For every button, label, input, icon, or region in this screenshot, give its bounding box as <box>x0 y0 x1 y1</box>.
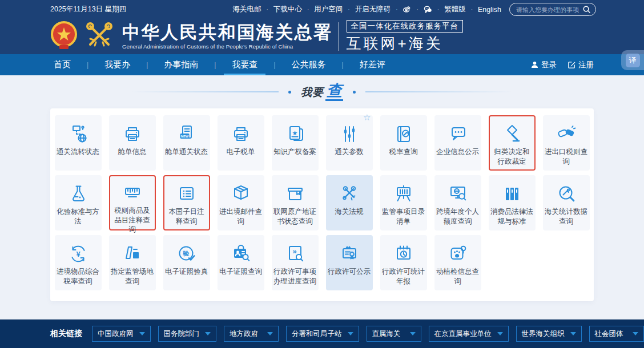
nav-item-6[interactable]: 好差评 <box>356 54 389 75</box>
nav-item-3[interactable]: 办事指南 <box>160 54 202 75</box>
favorite-star-icon[interactable]: ☆ <box>363 113 371 122</box>
top-utility-bar: 2025年11月13日 星期四 海关电邮·下载中心·用户空间·开启无障碍···繁… <box>0 0 644 19</box>
service-card[interactable]: 监管事项目录清单 <box>380 175 427 230</box>
related-link-dropdown[interactable]: 直属海关 <box>367 326 421 342</box>
service-card[interactable]: 归类决定和行政裁定 <box>489 115 536 171</box>
verify-seal-icon: 验 <box>175 242 198 266</box>
site-search[interactable] <box>509 3 596 16</box>
platform-badge: 全国一体化在线政务服务平台 <box>347 20 464 33</box>
service-card-label: 行政许可统计年报 <box>380 266 427 286</box>
service-card-label: 化验标准与方法 <box>55 206 102 226</box>
service-card[interactable]: 验电子证照验真 <box>163 235 210 290</box>
service-card[interactable]: 税率查询 <box>380 115 427 171</box>
service-card[interactable]: 税则商品及品目注释查询 <box>109 175 156 230</box>
top-link-separator: · <box>471 6 473 13</box>
service-card[interactable]: 通关流转状态 <box>55 115 102 171</box>
service-card[interactable]: 联网原产地证书状态查询 <box>272 175 319 230</box>
service-card-label: 监管事项目录清单 <box>380 206 427 226</box>
nav-item-4[interactable]: 我要查 <box>228 54 261 75</box>
services-grid: 通关流转状态舱单信息NEW舱单通关状态电子税单★知识产权备案通关参数☆税率查询企… <box>53 115 591 290</box>
service-card[interactable]: ¥进境物品综合税率查询 <box>55 235 102 290</box>
section-divider-right <box>365 91 513 92</box>
service-card-label: 税则商品及品目注释查询 <box>110 205 155 234</box>
dropdown-selected-value: 国务院部门 <box>164 329 200 339</box>
service-card-label: 舱单信息 <box>116 146 148 157</box>
service-card[interactable]: 化验标准与方法 <box>55 175 102 230</box>
service-card[interactable]: 舱单信息 <box>109 115 156 171</box>
top-link[interactable]: 下载中心 <box>273 5 302 14</box>
chevron-down-icon <box>410 332 416 335</box>
service-card[interactable]: 跨境年度个人额度查询 <box>434 175 481 230</box>
service-card[interactable]: 海关法规 <box>326 175 373 230</box>
service-card[interactable]: 进出境邮件查询 <box>218 175 264 230</box>
service-card[interactable]: 本国子目注释查询 <box>163 175 210 230</box>
service-card[interactable]: 电子证照查询 <box>218 235 264 290</box>
service-card[interactable]: 海关统计数据查询 <box>543 175 590 230</box>
idcard-search-icon <box>230 242 252 266</box>
wechat-icon[interactable] <box>424 5 432 14</box>
service-card[interactable]: 消费品法律法规与标准 <box>489 175 536 230</box>
related-link-dropdown[interactable]: 社会团体 <box>589 326 644 342</box>
related-link-dropdown[interactable]: 世界海关组织 <box>516 326 582 342</box>
service-card[interactable]: 行政许可统计年报 <box>380 235 427 290</box>
brand-divider <box>339 22 339 51</box>
nav-item-5[interactable]: 公共服务 <box>288 54 329 75</box>
svg-text:»: » <box>292 247 296 256</box>
related-link-dropdown[interactable]: 地方政府 <box>224 326 279 342</box>
package-icon <box>230 182 252 206</box>
service-card-label: 通关流转状态 <box>55 146 101 157</box>
site-header: 2025年11月13日 星期四 海关电邮·下载中心·用户空间·开启无障碍···繁… <box>0 0 644 54</box>
related-link-dropdown[interactable]: 中国政府网 <box>92 326 151 342</box>
service-card[interactable]: 通关参数☆ <box>326 115 373 171</box>
nav-items: 首页|我要办|办事指南|我要查|公共服务|好差评 <box>50 54 389 75</box>
top-link[interactable]: 海关电邮 <box>233 5 261 14</box>
register-link[interactable]: 注册 <box>568 60 594 70</box>
service-card[interactable]: 行政许可公示 <box>326 235 373 290</box>
monitor-search-icon <box>446 182 469 206</box>
service-card[interactable]: 动植检信息查询 <box>434 235 481 290</box>
top-link[interactable]: 开启无障碍 <box>355 5 391 14</box>
chevron-down-icon <box>267 332 273 335</box>
service-card-label: 跨境年度个人额度查询 <box>434 206 481 226</box>
section-dot-left <box>288 91 291 94</box>
service-card[interactable]: ★知识产权备案 <box>272 115 319 171</box>
ruler-icon <box>121 182 144 205</box>
service-card-label: 进出口税则查询 <box>543 146 590 166</box>
service-card[interactable]: »行政许可事项办理进度查询 <box>272 235 319 290</box>
service-card[interactable]: 电子税单 <box>218 115 264 171</box>
search-icon[interactable] <box>582 5 591 14</box>
nav-item-2[interactable]: 我要办 <box>101 54 134 75</box>
gavel-icon <box>501 122 524 146</box>
search-input[interactable] <box>516 6 579 13</box>
service-card-label: 进出境邮件查询 <box>218 206 264 226</box>
related-link-dropdown[interactable]: 国务院部门 <box>158 326 217 342</box>
service-card[interactable]: NEW舱单通关状态 <box>163 115 210 171</box>
chevron-down-icon <box>497 332 503 335</box>
related-link-dropdown[interactable]: 分署和司局子站 <box>286 326 359 342</box>
top-link[interactable]: 用户空间 <box>314 5 343 14</box>
service-card[interactable]: 指定监管场地查询 <box>109 235 156 290</box>
brand-row: 中华人民共和国海关总署 General Administration of Cu… <box>0 19 644 54</box>
service-card-label: 本国子目注释查询 <box>164 206 209 226</box>
top-link-separator: · <box>348 6 349 13</box>
top-link[interactable]: 繁體版 <box>444 5 466 14</box>
weibo-icon[interactable] <box>402 5 411 14</box>
site-title: 中华人民共和国海关总署 General Administration of Cu… <box>122 23 333 50</box>
nav-item-1[interactable]: 首页 <box>50 54 74 75</box>
translate-button[interactable]: 译 <box>626 54 640 67</box>
service-card-label: 进境物品综合税率查询 <box>55 266 102 286</box>
service-card-label: 通关参数 <box>333 146 365 157</box>
carton-icon <box>284 182 307 206</box>
login-link[interactable]: 登录 <box>531 60 557 70</box>
book-pen-icon <box>392 122 415 146</box>
related-link-dropdown[interactable]: 在京直属事业单位 <box>429 326 509 342</box>
dropdown-selected-value: 世界海关组织 <box>522 329 565 339</box>
printer-icon <box>121 122 144 146</box>
calendar-clock-icon <box>392 242 415 266</box>
current-date: 2025年11月13日 星期四 <box>50 5 126 14</box>
national-emblem-icon <box>50 21 78 52</box>
service-card-label: 知识产权备案 <box>272 146 318 157</box>
top-link[interactable]: English <box>478 6 501 14</box>
service-card[interactable]: 企业信息公示 <box>434 115 481 171</box>
service-card[interactable]: 进出口税则查询 <box>543 115 590 171</box>
